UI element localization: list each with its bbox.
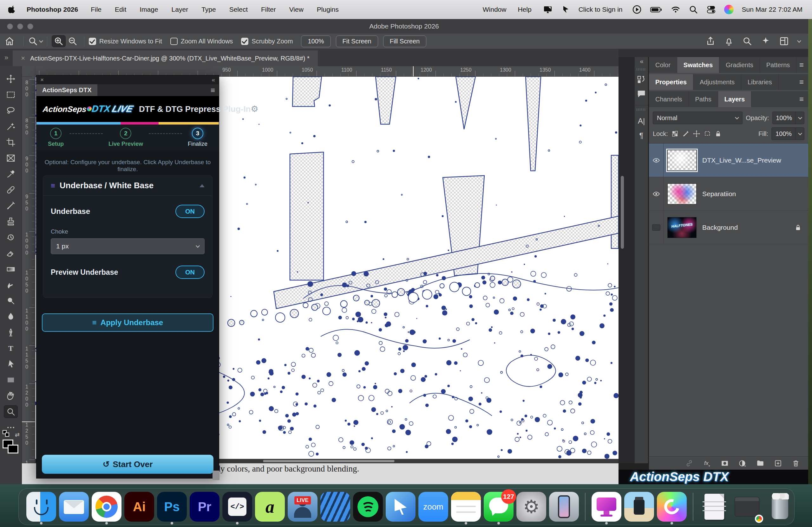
background-color-swatch[interactable] — [8, 445, 18, 453]
comments-panel-icon[interactable] — [637, 89, 646, 99]
adjustment-icon[interactable] — [738, 459, 746, 467]
canvas-vertical-scrollbar[interactable] — [621, 176, 624, 249]
step-setup[interactable]: 1Setup — [48, 128, 64, 147]
dock-app-photoshop[interactable]: Ps — [157, 492, 187, 522]
share-icon[interactable] — [706, 36, 715, 46]
collapse-panel-icon[interactable]: « — [212, 76, 215, 83]
minimize-window-button[interactable] — [17, 24, 23, 29]
paragraph-panel-icon[interactable]: ¶ — [635, 131, 648, 140]
dock-app-mail[interactable] — [59, 492, 89, 522]
close-panel-icon[interactable]: × — [40, 76, 44, 83]
siri-icon[interactable] — [724, 5, 734, 14]
menu-item-filter[interactable]: Filter — [261, 6, 276, 13]
layer-name[interactable]: Background — [702, 224, 794, 231]
eyedropper-tool[interactable] — [4, 168, 18, 180]
wifi-icon[interactable] — [671, 5, 680, 14]
zoom-level-button[interactable]: 100% — [301, 35, 331, 47]
dock-app-notes[interactable] — [451, 492, 481, 522]
panel-menu-icon[interactable]: ≡ — [799, 57, 808, 73]
menu-item-select[interactable]: Select — [229, 6, 248, 13]
checkbox-box[interactable] — [170, 38, 178, 45]
blend-mode-select[interactable]: Normal — [653, 111, 742, 124]
lock-all-icon[interactable] — [714, 130, 722, 137]
panel-menu-icon[interactable]: ≡ — [211, 84, 219, 96]
screen-mirroring-icon[interactable] — [543, 5, 553, 14]
underbase-section-header[interactable]: ≡ Underbase / White Base — [43, 176, 212, 196]
tab-swatches[interactable]: Swatches — [677, 57, 720, 73]
sign-in-label[interactable]: Click to Sign in — [579, 6, 623, 13]
step-finalize[interactable]: 3Finalize — [188, 128, 207, 147]
layer-thumbnail[interactable] — [667, 150, 697, 171]
delete-icon[interactable] — [792, 459, 800, 467]
frame-tool[interactable] — [4, 152, 18, 164]
character-panel-icon[interactable]: A| — [635, 117, 648, 125]
menu-item-file[interactable]: File — [91, 6, 102, 13]
panel-grip[interactable] — [637, 68, 646, 71]
opacity-input[interactable]: 100% — [772, 111, 804, 124]
crop-tool[interactable] — [4, 136, 18, 149]
layer-row-background[interactable]: HALFTONESBackground — [649, 211, 808, 244]
tab-properties[interactable]: Properties — [649, 74, 693, 90]
vertical-ruler[interactable]: 8008509009501000105011001150120012501300 — [22, 77, 35, 463]
dock-app-illustrator[interactable]: Ai — [124, 492, 154, 522]
dock-app-chrome[interactable] — [92, 492, 121, 522]
panel-menu-icon[interactable]: ≡ — [799, 74, 808, 90]
sign-in-logo-icon[interactable] — [561, 5, 570, 14]
dock-app-waves[interactable] — [320, 492, 350, 522]
marquee-tool[interactable] — [4, 88, 18, 101]
tab-layers[interactable]: Layers — [718, 91, 752, 107]
layer-visibility-toggle[interactable] — [649, 211, 664, 244]
fx-icon[interactable]: fx — [703, 459, 711, 467]
active-app-name[interactable]: Photoshop 2026 — [27, 6, 78, 13]
step-live-preview[interactable]: 2Live Preview — [108, 128, 143, 147]
link-icon[interactable] — [685, 459, 693, 467]
dock-app-messages[interactable]: 127 — [484, 492, 513, 522]
workspace-switcher-icon[interactable] — [779, 36, 789, 46]
checkbox-zoom-all-windows[interactable]: Zoom All Windows — [170, 38, 233, 45]
tab-scroll-icon[interactable]: » — [4, 54, 8, 62]
history-brush-tool[interactable] — [4, 231, 18, 244]
layer-visibility-toggle[interactable] — [649, 144, 664, 177]
lock-pixels-icon[interactable] — [682, 130, 690, 137]
move-tool[interactable] — [4, 73, 18, 85]
tab-paths[interactable]: Paths — [689, 91, 718, 107]
tab-channels[interactable]: Channels — [649, 91, 689, 107]
dock-app-creative-cloud[interactable] — [657, 492, 687, 522]
start-over-button[interactable]: ↺ Start Over — [42, 455, 214, 474]
plugin-settings-gear-icon[interactable]: ⚙ — [251, 104, 259, 114]
preview-underbase-toggle[interactable]: ON — [175, 266, 205, 279]
layer-row-dtx-live-w-se-preview[interactable]: DTX_Live_W...se_Preview — [649, 144, 808, 177]
search-icon[interactable] — [742, 36, 752, 46]
dock-app-cursor[interactable] — [386, 492, 416, 522]
play-circle-icon[interactable] — [632, 5, 642, 14]
panel-resize-grip[interactable] — [213, 471, 219, 480]
notifications-bell-icon[interactable] — [724, 36, 734, 46]
history-panel-icon[interactable] — [637, 75, 646, 85]
spotlight-search-icon[interactable] — [688, 5, 698, 14]
dock-app-premiere[interactable]: Pr — [190, 492, 219, 522]
underbase-toggle[interactable]: ON — [175, 205, 205, 218]
lock-transparency-icon[interactable] — [671, 130, 679, 137]
clone-stamp-tool[interactable] — [4, 215, 18, 228]
zoom-in-button[interactable] — [52, 35, 66, 47]
close-tab-icon[interactable]: × — [21, 54, 25, 62]
menu-item-type[interactable]: Type — [201, 6, 216, 13]
zoom-tool-preset[interactable] — [28, 36, 43, 46]
checkbox-box[interactable] — [89, 38, 96, 45]
layer-thumbnail[interactable]: HALFTONES — [667, 217, 697, 238]
checkbox-box[interactable] — [241, 38, 248, 45]
dock-app-settings[interactable]: ⚙ — [517, 492, 546, 522]
more-tool[interactable] — [4, 421, 18, 434]
layer-thumbnail[interactable] — [667, 183, 697, 205]
document-tab[interactable]: × ActionSeps-DTX-Live-Halftones-Car-Dine… — [13, 50, 318, 66]
expand-panels-icon[interactable]: « — [635, 57, 648, 65]
window-title-bar[interactable]: Adobe Photoshop 2026 — [0, 19, 808, 34]
menu-item-view[interactable]: View — [289, 6, 304, 13]
eraser-tool[interactable] — [4, 247, 18, 259]
tab-patterns[interactable]: Patterns — [760, 57, 796, 73]
checkbox-scrubby-zoom[interactable]: Scrubby Zoom — [241, 38, 293, 45]
layer-visibility-empty[interactable] — [652, 224, 661, 231]
dock-app-display-pink[interactable] — [592, 492, 621, 522]
path-select-tool[interactable] — [4, 358, 18, 371]
pen-tool[interactable] — [4, 326, 18, 339]
